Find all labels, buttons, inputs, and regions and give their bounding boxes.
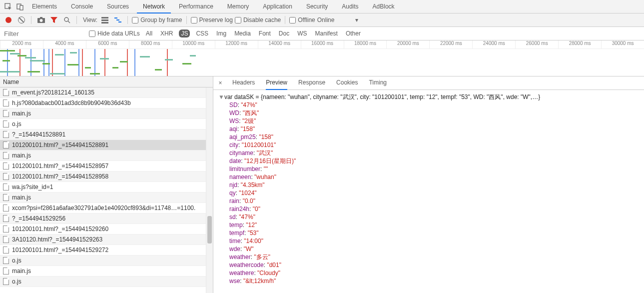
preview-property[interactable]: nameen: "wuhan" bbox=[229, 173, 639, 181]
filter-type-other[interactable]: Other bbox=[344, 30, 363, 38]
tab-network[interactable]: Network bbox=[137, 0, 171, 14]
disable-cache-checkbox[interactable]: Disable cache bbox=[235, 16, 281, 24]
tab-application[interactable]: Application bbox=[257, 0, 298, 14]
preview-property[interactable]: njd: "4.35km" bbox=[229, 181, 639, 189]
timeline-tick: 20000 ms bbox=[386, 40, 429, 48]
tab-audits[interactable]: Audits bbox=[336, 0, 364, 14]
preview-property[interactable]: SD: "47%" bbox=[229, 101, 639, 109]
tab-performance[interactable]: Performance bbox=[173, 0, 219, 14]
preview-property[interactable]: time: "14:00" bbox=[229, 237, 639, 245]
preview-property[interactable]: date: "12月16日(星期日)" bbox=[229, 157, 639, 165]
filter-type-doc[interactable]: Doc bbox=[277, 30, 291, 38]
preview-property[interactable]: rain: "0.0" bbox=[229, 197, 639, 205]
request-row[interactable]: 101200101.html?_=1544941528958 bbox=[0, 172, 213, 182]
details-tab-response[interactable]: Response bbox=[298, 76, 325, 90]
clear-button[interactable] bbox=[16, 14, 27, 26]
preview-property[interactable]: rain24h: "0" bbox=[229, 205, 639, 213]
request-row[interactable]: main.js bbox=[0, 192, 213, 203]
separator bbox=[31, 16, 31, 24]
details-tab-timing[interactable]: Timing bbox=[369, 76, 387, 90]
tab-adblock[interactable]: AdBlock bbox=[367, 0, 401, 14]
filter-type-xhr[interactable]: XHR bbox=[158, 30, 175, 38]
preview-property[interactable]: weather: "多云" bbox=[229, 253, 639, 261]
request-row[interactable]: 3A10120.html?_=1544941529263 bbox=[0, 234, 213, 245]
scrollbar-track[interactable] bbox=[206, 88, 213, 293]
preview-property[interactable]: tempf: "53" bbox=[229, 229, 639, 237]
hide-data-urls-checkbox[interactable]: Hide data URLs bbox=[89, 30, 140, 37]
file-icon bbox=[3, 257, 9, 264]
group-by-frame-checkbox[interactable]: Group by frame bbox=[132, 16, 182, 24]
inspect-icon[interactable] bbox=[2, 0, 14, 12]
chevron-down-icon[interactable]: ▾ bbox=[355, 16, 358, 24]
tab-sources[interactable]: Sources bbox=[101, 0, 135, 14]
svg-point-6 bbox=[64, 18, 68, 22]
request-row[interactable]: main.js bbox=[0, 266, 213, 276]
search-icon[interactable] bbox=[61, 14, 72, 26]
preview-property[interactable]: sd: "47%" bbox=[229, 213, 639, 221]
filter-type-js[interactable]: JS bbox=[179, 30, 190, 38]
tab-security[interactable]: Security bbox=[300, 0, 334, 14]
preview-property[interactable]: weathere: "Cloudy" bbox=[229, 269, 639, 277]
request-row[interactable]: o.js bbox=[0, 119, 213, 130]
waterfall-view-icon[interactable] bbox=[112, 14, 123, 26]
timeline-tick: 4000 ms bbox=[43, 40, 86, 48]
preview-property[interactable]: temp: "12" bbox=[229, 221, 639, 229]
filter-type-manifest[interactable]: Manifest bbox=[313, 30, 340, 38]
request-row[interactable]: o.js bbox=[0, 256, 213, 266]
preview-property[interactable]: cityname: "武汉" bbox=[229, 149, 639, 157]
request-row[interactable]: 101200101.html?_=1544941529260 bbox=[0, 224, 213, 234]
filter-type-css[interactable]: CSS bbox=[194, 30, 210, 38]
expand-arrow-icon[interactable]: ▼ bbox=[218, 93, 224, 101]
filter-type-img[interactable]: Img bbox=[214, 30, 228, 38]
details-tab-headers[interactable]: Headers bbox=[232, 76, 255, 90]
request-row[interactable]: main.js bbox=[0, 150, 213, 161]
filter-type-ws[interactable]: WS bbox=[295, 30, 309, 38]
tab-elements[interactable]: Elements bbox=[26, 0, 63, 14]
preserve-log-checkbox[interactable]: Preserve log bbox=[191, 16, 233, 24]
offline-checkbox[interactable]: Offline bbox=[289, 16, 315, 24]
close-icon[interactable]: × bbox=[216, 80, 224, 86]
details-tab-preview[interactable]: Preview bbox=[266, 76, 287, 90]
capture-screenshot-icon[interactable] bbox=[35, 14, 46, 26]
preview-property[interactable]: WS: "2级" bbox=[229, 117, 639, 125]
svg-rect-10 bbox=[101, 22, 108, 24]
filter-type-font[interactable]: Font bbox=[257, 30, 273, 38]
request-row[interactable]: o.js bbox=[0, 276, 213, 287]
scrollbar-thumb[interactable] bbox=[207, 216, 212, 244]
filter-type-media[interactable]: Media bbox=[232, 30, 253, 38]
request-row[interactable]: ?_=1544941529256 bbox=[0, 214, 213, 224]
request-row[interactable]: m_event.js?20181214_160135 bbox=[0, 88, 213, 98]
filter-type-all[interactable]: All bbox=[144, 30, 154, 38]
details-tab-cookies[interactable]: Cookies bbox=[336, 76, 358, 90]
preview-property[interactable]: wse: "&lt;12km/h" bbox=[229, 277, 639, 285]
request-row[interactable]: main.js bbox=[0, 108, 213, 119]
filter-icon[interactable] bbox=[48, 14, 59, 26]
preview-property[interactable]: wde: "W" bbox=[229, 245, 639, 253]
request-row[interactable]: wa.js?site_id=1 bbox=[0, 182, 213, 192]
preview-property[interactable]: qy: "1024" bbox=[229, 189, 639, 197]
preview-property[interactable]: aqi: "158" bbox=[229, 125, 639, 133]
preview-property[interactable]: aqi_pm25: "158" bbox=[229, 133, 639, 141]
request-row[interactable]: h.js?080dabacb001ad3dc8b9b9049b36d43b bbox=[0, 98, 213, 108]
large-rows-icon[interactable] bbox=[99, 14, 110, 26]
request-list[interactable]: m_event.js?20181214_160135h.js?080dabacb… bbox=[0, 88, 213, 293]
device-toggle-icon[interactable] bbox=[14, 0, 26, 12]
svg-line-7 bbox=[68, 21, 70, 23]
request-row[interactable]: 101200101.html?_=1544941528957 bbox=[0, 161, 213, 172]
tab-console[interactable]: Console bbox=[65, 0, 99, 14]
preview-content[interactable]: ▼ var dataSK = {nameen: "wuhan", citynam… bbox=[213, 90, 644, 293]
request-row[interactable]: 101200101.html?_=1544941529272 bbox=[0, 245, 213, 256]
filter-input[interactable] bbox=[1, 28, 86, 38]
tab-memory[interactable]: Memory bbox=[221, 0, 255, 14]
request-row[interactable]: 101200101.html?_=1544941528891 bbox=[0, 140, 213, 150]
name-column-header[interactable]: Name bbox=[0, 76, 213, 88]
preview-property[interactable]: WD: "西风" bbox=[229, 109, 639, 117]
timeline-overview[interactable]: 2000 ms4000 ms6000 ms8000 ms10000 ms1200… bbox=[0, 40, 644, 76]
preview-property[interactable]: city: "101200101" bbox=[229, 141, 639, 149]
request-row[interactable]: xcom?psi=f2861a6afae302791a0e1e40920cf89… bbox=[0, 203, 213, 214]
record-button[interactable] bbox=[3, 14, 14, 26]
preview-property[interactable]: weathercode: "d01" bbox=[229, 261, 639, 269]
throttling-select[interactable]: Online bbox=[317, 16, 335, 24]
preview-property[interactable]: limitnumber: "" bbox=[229, 165, 639, 173]
request-row[interactable]: ?_=1544941528891 bbox=[0, 130, 213, 140]
